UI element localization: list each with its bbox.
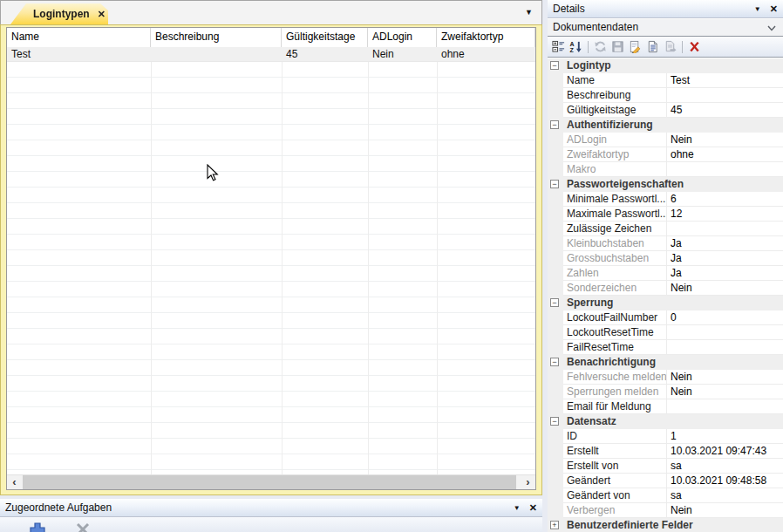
table-row-selected[interactable]: Test45Neinohne — [7, 47, 535, 62]
tab-list-dropdown-icon[interactable]: ▼ — [525, 8, 533, 17]
property-row[interactable]: Zweifaktortypohne — [548, 147, 783, 162]
categorized-view-icon[interactable] — [551, 40, 566, 54]
column-separator — [151, 62, 152, 474]
property-category-row[interactable]: −Authentifizierung — [548, 118, 783, 133]
property-value[interactable]: ohne — [667, 147, 783, 162]
property-row[interactable]: FailResetTime — [548, 340, 783, 355]
property-row[interactable]: GrossbuchstabenJa — [548, 251, 783, 266]
property-value[interactable] — [667, 325, 783, 340]
property-value[interactable]: 10.03.2021 09:48:58 — [667, 474, 783, 488]
edit-icon[interactable] — [628, 40, 643, 54]
property-value[interactable] — [667, 399, 783, 414]
property-value[interactable]: Ja — [667, 251, 783, 266]
property-row[interactable]: VerbergenNein — [548, 503, 783, 518]
collapse-panel-icon[interactable]: ▼ — [514, 504, 521, 512]
close-icon[interactable]: ✕ — [98, 9, 106, 20]
delete-task-icon — [75, 522, 91, 532]
property-value[interactable]: Ja — [667, 266, 783, 281]
column-header[interactable]: Name — [7, 28, 151, 47]
property-row[interactable]: NameTest — [548, 73, 783, 88]
property-row[interactable]: Gültigkeitstage45 — [548, 103, 783, 118]
property-category-row[interactable]: −Datensatz — [548, 414, 783, 429]
property-label: Sonderzeichen — [563, 281, 667, 296]
collapse-panel-icon[interactable]: ▼ — [754, 5, 761, 13]
table-cell: ohne — [437, 47, 535, 61]
horizontal-scrollbar[interactable]: ‹ › — [7, 474, 535, 489]
collapse-icon[interactable]: − — [550, 358, 559, 366]
column-header[interactable]: Zweifaktortyp — [437, 28, 535, 47]
row-gutter — [548, 192, 563, 207]
property-row[interactable]: Sperrungen meldenNein — [548, 385, 783, 399]
property-value[interactable]: sa — [667, 459, 783, 474]
close-panel-icon[interactable]: ✕ — [770, 3, 778, 15]
property-value[interactable]: 12 — [667, 207, 783, 222]
collapse-icon[interactable]: − — [550, 417, 559, 426]
property-row[interactable]: Erstellt vonsa — [548, 459, 783, 474]
collapse-icon[interactable]: − — [550, 298, 559, 307]
property-value[interactable]: 6 — [667, 192, 783, 207]
property-value[interactable]: Test — [667, 73, 783, 88]
property-category-row[interactable]: −Benachrichtigung — [548, 355, 783, 370]
property-value[interactable]: 0 — [667, 310, 783, 325]
property-value[interactable]: 45 — [667, 103, 783, 118]
property-row[interactable]: Fehlversuche meldenNein — [548, 370, 783, 385]
collapse-icon[interactable]: − — [550, 120, 559, 129]
column-header[interactable]: Gültigkeitstage — [282, 28, 368, 47]
collapse-icon[interactable]: − — [550, 61, 559, 70]
property-category-row[interactable]: +Benutzerdefinierte Felder — [548, 518, 783, 532]
property-value[interactable]: Nein — [667, 385, 783, 399]
property-row[interactable]: ZahlenJa — [548, 266, 783, 281]
property-value[interactable]: Nein — [667, 281, 783, 296]
property-value[interactable]: 1 — [667, 429, 783, 444]
refresh-icon — [593, 40, 608, 54]
property-category-row[interactable]: −Logintyp — [548, 58, 783, 73]
property-value[interactable]: 10.03.2021 09:47:43 — [667, 444, 783, 459]
property-label: LockoutFailNumber — [563, 310, 667, 325]
property-category-row[interactable]: −Passworteigenschaften — [548, 177, 783, 192]
expand-icon[interactable]: + — [550, 521, 559, 529]
property-row[interactable]: Minimale Passwortl...6 — [548, 192, 783, 207]
property-row[interactable]: Beschreibung — [548, 88, 783, 103]
property-value[interactable]: Ja — [667, 236, 783, 251]
property-row[interactable]: Geändert vonsa — [548, 488, 783, 503]
delete-icon[interactable] — [687, 40, 702, 54]
property-row[interactable]: ID1 — [548, 429, 783, 444]
property-value[interactable] — [667, 340, 783, 355]
property-row[interactable]: ADLoginNein — [548, 133, 783, 147]
document-data-select[interactable]: Dokumentendaten — [548, 18, 783, 37]
property-value[interactable]: Nein — [667, 503, 783, 518]
property-value[interactable]: sa — [667, 488, 783, 503]
scrollbar-thumb[interactable] — [23, 475, 516, 489]
scroll-right-icon[interactable]: › — [521, 475, 535, 489]
collapse-icon[interactable]: − — [550, 180, 559, 188]
property-category-row[interactable]: −Sperrung — [548, 296, 783, 310]
property-value[interactable] — [667, 88, 783, 103]
column-header[interactable]: ADLogin — [368, 28, 437, 47]
row-gutter — [548, 281, 563, 296]
scroll-left-icon[interactable]: ‹ — [7, 475, 22, 489]
property-row[interactable]: Geändert10.03.2021 09:48:58 — [548, 474, 783, 488]
row-gutter — [548, 310, 563, 325]
column-header[interactable]: Beschreibung — [151, 28, 282, 47]
property-row[interactable]: Makro — [548, 162, 783, 177]
property-row[interactable]: Zulässige Zeichen — [548, 222, 783, 236]
property-value[interactable]: Nein — [667, 370, 783, 385]
tab-logintypen[interactable]: Logintypen ✕ — [10, 3, 108, 24]
property-row[interactable]: Erstellt10.03.2021 09:47:43 — [548, 444, 783, 459]
property-row[interactable]: LockoutFailNumber0 — [548, 310, 783, 325]
property-row[interactable]: SonderzeichenNein — [548, 281, 783, 296]
row-gutter — [548, 459, 563, 474]
row-gutter — [548, 103, 563, 118]
property-row[interactable]: Maximale Passwortl...12 — [548, 207, 783, 222]
add-task-icon[interactable] — [28, 521, 47, 532]
new-document-icon[interactable] — [645, 40, 660, 54]
row-gutter — [548, 88, 563, 103]
property-row[interactable]: Email für Meldung — [548, 399, 783, 414]
property-value[interactable] — [667, 162, 783, 177]
property-row[interactable]: LockoutResetTime — [548, 325, 783, 340]
sort-az-icon[interactable]: A Z — [569, 40, 583, 54]
property-value[interactable]: Nein — [667, 133, 783, 147]
property-value[interactable] — [667, 222, 783, 236]
close-panel-icon[interactable]: ✕ — [529, 502, 537, 514]
property-row[interactable]: KleinbuchstabenJa — [548, 236, 783, 251]
